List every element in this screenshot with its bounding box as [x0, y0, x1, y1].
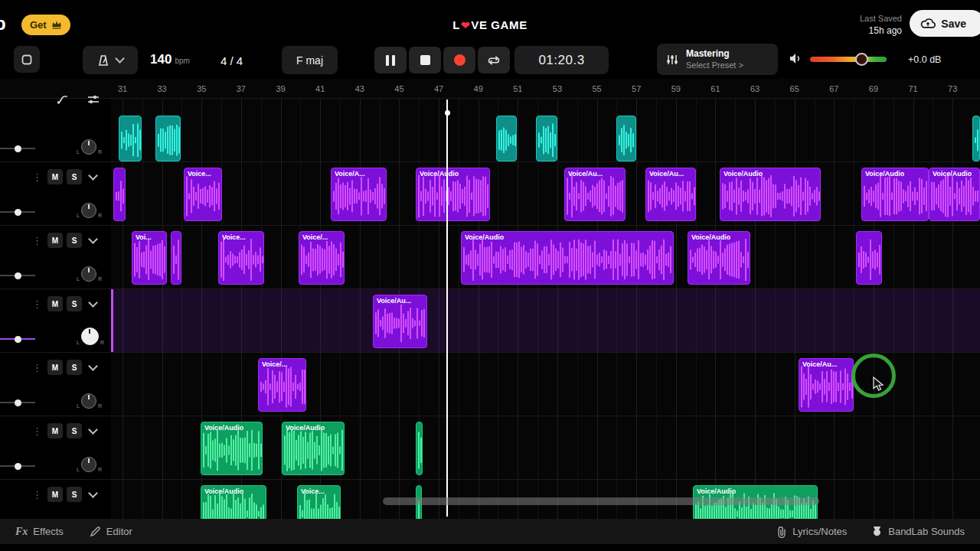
solo-button[interactable]: S [67, 233, 82, 248]
audio-clip[interactable] [496, 116, 517, 161]
audio-clip[interactable]: Voice... [297, 485, 341, 519]
master-volume-slider[interactable] [810, 57, 887, 62]
chevron-down-icon[interactable] [88, 361, 98, 371]
mute-button[interactable]: M [47, 296, 63, 311]
audio-clip[interactable] [171, 231, 181, 285]
chevron-down-icon[interactable] [88, 234, 98, 244]
audio-clip[interactable]: Voice/Audio [861, 168, 929, 221]
volume-handle[interactable] [15, 209, 21, 216]
audio-clip[interactable]: Voice/Au... [373, 295, 427, 348]
effects-button[interactable]: Fx Effects [15, 526, 64, 538]
horizontal-scrollbar[interactable] [383, 497, 819, 505]
time-signature[interactable]: 4 / 4 [220, 54, 243, 67]
mute-button[interactable]: M [47, 487, 63, 502]
solo-button[interactable]: S [67, 423, 82, 439]
audio-clip[interactable] [972, 116, 980, 161]
audio-clip[interactable] [119, 116, 142, 161]
lyrics-notes-button[interactable]: Lyrics/Notes [776, 526, 847, 538]
audio-clip[interactable] [416, 422, 423, 475]
audio-clip[interactable]: Voice/Audio [720, 168, 821, 221]
chevron-down-icon[interactable] [88, 171, 98, 181]
bpm-unit: bpm [175, 57, 189, 65]
bandlab-logo-partial[interactable]: b [0, 13, 6, 34]
volume-slider[interactable] [0, 275, 35, 276]
ruler[interactable]: 3133353739414345474951535557596163656769… [111, 79, 980, 98]
audio-clip[interactable]: Voice/Au... [564, 168, 626, 221]
audio-clip[interactable]: Voice/Audio [282, 422, 345, 475]
solo-button[interactable]: S [67, 169, 82, 184]
pan-knob[interactable] [81, 203, 96, 218]
audio-clip[interactable] [113, 168, 126, 221]
audio-clip[interactable] [536, 116, 557, 161]
audio-clip[interactable]: Voice/Audio [201, 422, 263, 475]
audio-clip[interactable] [616, 116, 636, 161]
audio-clip[interactable]: Voice/Audio [929, 168, 980, 221]
audio-clip[interactable]: Voice... [184, 168, 222, 221]
audio-clip[interactable]: Voice/Audio [688, 231, 750, 285]
master-volume-handle[interactable] [855, 53, 868, 66]
audio-clip[interactable]: Voice... [218, 231, 264, 285]
audio-clip[interactable]: Voice/Au... [645, 168, 696, 221]
volume-slider[interactable] [0, 465, 35, 467]
solo-button[interactable]: S [67, 296, 82, 311]
audio-clip[interactable] [856, 231, 882, 285]
loop-button[interactable] [478, 47, 510, 73]
mastering-button[interactable]: Mastering Select Preset > [657, 44, 778, 75]
key-selector[interactable]: F maj [282, 46, 338, 74]
metronome-dropdown[interactable] [83, 46, 138, 74]
chevron-down-icon[interactable] [88, 298, 98, 308]
bpm-display[interactable]: 140 bpm [150, 52, 190, 67]
drag-handle-icon[interactable]: ⋮ [32, 171, 42, 183]
get-upgrade-button[interactable]: Get [21, 15, 70, 35]
solo-button[interactable]: S [67, 487, 82, 502]
volume-handle[interactable] [15, 272, 21, 279]
pan-knob[interactable] [81, 457, 96, 472]
pan-knob[interactable] [81, 328, 99, 345]
chevron-down-icon[interactable] [88, 425, 98, 435]
snap-grid-button[interactable] [14, 46, 40, 73]
mute-button[interactable]: M [47, 360, 63, 375]
project-title[interactable]: L❤VE GAME [452, 18, 528, 31]
save-button[interactable]: Save [910, 10, 980, 37]
mute-button[interactable]: M [47, 233, 63, 248]
pan-knob[interactable] [81, 266, 96, 282]
mixer-tool-button[interactable] [81, 87, 106, 112]
volume-handle[interactable] [15, 463, 21, 470]
volume-slider[interactable] [0, 148, 35, 149]
volume-slider[interactable] [0, 211, 35, 213]
editor-button[interactable]: Editor [90, 526, 132, 537]
automation-tool-button[interactable] [51, 87, 75, 112]
audio-clip[interactable]: Voice/A... [331, 168, 387, 221]
pan-knob[interactable] [81, 393, 96, 409]
audio-clip[interactable]: Voice/Audio [461, 231, 674, 285]
solo-button[interactable]: S [67, 360, 82, 375]
speaker-icon[interactable] [789, 53, 802, 67]
audio-clip[interactable] [155, 116, 181, 161]
pan-knob[interactable] [81, 139, 96, 155]
playhead[interactable] [446, 99, 448, 517]
audio-clip[interactable]: Voice/... [258, 358, 306, 412]
bandlab-sounds-button[interactable]: BandLab Sounds [871, 526, 965, 538]
stop-button[interactable] [409, 47, 441, 73]
audio-clip[interactable]: Voi... [132, 231, 167, 285]
drag-handle-icon[interactable]: ⋮ [32, 362, 42, 373]
volume-handle[interactable] [15, 399, 21, 406]
volume-slider[interactable] [0, 402, 35, 403]
drag-handle-icon[interactable]: ⋮ [32, 425, 42, 437]
volume-handle[interactable] [15, 145, 21, 152]
chevron-down-icon[interactable] [88, 488, 98, 498]
drag-handle-icon[interactable]: ⋮ [32, 235, 42, 246]
volume-handle[interactable] [15, 336, 21, 343]
volume-slider[interactable] [0, 338, 35, 340]
audio-clip[interactable]: Voice/... [299, 231, 345, 285]
time-display[interactable]: 01:20.3 [514, 46, 609, 74]
audio-clip[interactable]: Voice/Audio [201, 485, 266, 519]
mute-button[interactable]: M [47, 169, 63, 184]
pause-button[interactable] [374, 47, 407, 73]
mute-button[interactable]: M [47, 423, 63, 439]
drag-handle-icon[interactable]: ⋮ [32, 298, 42, 310]
record-button[interactable] [443, 47, 475, 73]
audio-clip[interactable]: Voice/Au... [799, 358, 854, 412]
audio-clip[interactable]: Voice/Audio [416, 168, 490, 221]
drag-handle-icon[interactable]: ⋮ [32, 489, 42, 500]
